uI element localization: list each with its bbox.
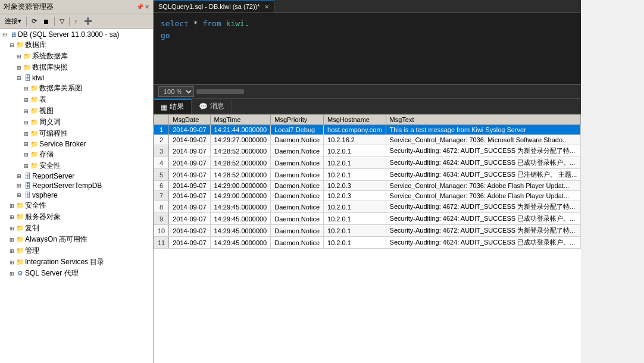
snapshot-label: 数据库快照 <box>32 62 68 73</box>
tree-item-servicebroker[interactable]: ⊞ 📁 Service Broker <box>0 139 153 149</box>
table-row[interactable]: 12014-09-0714:21:44.0000000Local7.Debugh… <box>154 125 581 135</box>
right-panel: SQLQuery1.sql - DB.kiwi (sa (72))* ✕ sel… <box>154 0 581 363</box>
cell-time: 14:21:44.0000000 <box>210 125 271 135</box>
folder-icon-sec: 📁 <box>15 202 25 210</box>
connect-button[interactable]: 连接▾ <box>2 15 24 27</box>
tree-item-security[interactable]: ⊞ 📁 安全性 <box>0 200 153 211</box>
expand-rs[interactable]: ⊞ <box>15 173 23 180</box>
expand-sobj[interactable]: ⊞ <box>8 214 15 221</box>
tree-item-serverobj[interactable]: ⊞ 📁 服务器对象 <box>0 211 153 223</box>
tree-item-management[interactable]: ⊞ 📁 管理 <box>0 245 153 256</box>
cell-priority: Daemon.Notice <box>271 237 324 249</box>
table-row[interactable]: 62014-09-0714:29:00.0000000Daemon.Notice… <box>154 181 581 191</box>
cell-num: 10 <box>154 225 169 237</box>
folder-icon-sobj: 📁 <box>15 213 25 221</box>
expand-snapshot[interactable]: ⊞ <box>15 64 23 71</box>
tables-label: 表 <box>39 95 46 105</box>
tree-item-storage[interactable]: ⊞ 📁 存储 <box>0 149 153 160</box>
tree-item-synonyms[interactable]: ⊞ 📁 同义词 <box>0 117 153 128</box>
tree-item-sqlagent[interactable]: ⊞ ⚙ SQL Server 代理 <box>0 268 153 279</box>
expand-sec-kiwi[interactable]: ⊞ <box>23 162 30 170</box>
tree-item-replication[interactable]: ⊞ 📁 复制 <box>0 223 153 234</box>
tree-item-tables[interactable]: ⊞ 📁 表 <box>0 94 153 105</box>
cell-date: 2014-09-07 <box>169 157 210 169</box>
tree-item-databases[interactable]: ⊟ 📁 数据库 <box>0 39 153 51</box>
tree-item-programmability[interactable]: ⊞ 📁 可编程性 <box>0 128 153 139</box>
tab-close-button[interactable]: ✕ <box>264 4 269 10</box>
results-grid[interactable]: MsgDate MsgTime MsgPriority MsgHostname … <box>154 114 581 363</box>
add-button[interactable]: ➕ <box>82 16 95 26</box>
close-icon[interactable]: ✕ <box>145 4 149 10</box>
query-tab[interactable]: SQLQuery1.sql - DB.kiwi (sa (72))* ✕ <box>154 0 274 12</box>
table-row[interactable]: 92014-09-0714:29:45.0000000Daemon.Notice… <box>154 213 581 225</box>
tree-item-reportserver[interactable]: ⊞ 🗄 ReportServer <box>0 171 153 181</box>
cell-date: 2014-09-07 <box>169 191 210 201</box>
query-editor[interactable]: select * from kiwi. go <box>154 13 581 85</box>
stop-button[interactable]: ⏹ <box>40 17 52 26</box>
expand-agent[interactable]: ⊞ <box>8 270 15 277</box>
msg-label: 消息 <box>210 101 224 111</box>
left-panel: 对象资源管理器 📌 ✕ 连接▾ ⟳ ⏹ ▽ ↑ ➕ ⊟ 🖥 DB (SQL Se… <box>0 0 154 363</box>
tree-item-kiwi[interactable]: ⊟ 🗄 kiwi <box>0 73 153 83</box>
cell-text: Security-Auditing: 4624: AUDIT_SUCCESS 已… <box>386 157 581 169</box>
refresh-button[interactable]: ⟳ <box>29 16 39 26</box>
expand-systemdb[interactable]: ⊞ <box>15 53 23 60</box>
int-label: Integration Services 目录 <box>25 257 104 267</box>
filter-button[interactable]: ▽ <box>57 16 67 26</box>
cell-priority: Daemon.Notice <box>271 213 324 225</box>
expand-databases[interactable]: ⊟ <box>8 42 15 49</box>
collapse-button[interactable]: ↑ <box>72 17 80 26</box>
tree-item-alwayson[interactable]: ⊞ 📁 AlwaysOn 高可用性 <box>0 234 153 245</box>
expand-sec[interactable]: ⊞ <box>8 202 15 209</box>
expand-int[interactable]: ⊞ <box>8 259 15 266</box>
expand-views[interactable]: ⊞ <box>23 108 30 115</box>
tree-item-security-kiwi[interactable]: ⊞ 📁 安全性 <box>0 160 153 171</box>
cell-num: 11 <box>154 237 169 249</box>
tab-messages[interactable]: 💬 消息 <box>192 99 232 114</box>
expand-sb[interactable]: ⊞ <box>23 140 30 148</box>
cell-num: 4 <box>154 157 169 169</box>
table-row[interactable]: 112014-09-0714:29:45.0000000Daemon.Notic… <box>154 237 581 249</box>
expand-vs[interactable]: ⊞ <box>15 192 23 199</box>
cell-text: Security-Auditing: 4672: AUDIT_SUCCESS 为… <box>386 145 581 157</box>
databases-label: 数据库 <box>25 40 46 50</box>
expand-ao[interactable]: ⊞ <box>8 236 15 243</box>
table-row[interactable]: 82014-09-0714:29:45.0000000Daemon.Notice… <box>154 201 581 213</box>
expand-tables[interactable]: ⊞ <box>23 96 30 104</box>
expand-diagram[interactable]: ⊞ <box>23 85 30 92</box>
tree-item-vsphere[interactable]: ⊞ 🗄 vsphere <box>0 190 153 200</box>
expand-storage[interactable]: ⊞ <box>23 151 30 158</box>
tree-item-server[interactable]: ⊟ 🖥 DB (SQL Server 11.0.3000 - sa) <box>0 30 153 39</box>
tree-item-integration[interactable]: ⊞ 📁 Integration Services 目录 <box>0 256 153 268</box>
table-row[interactable]: 102014-09-0714:29:45.0000000Daemon.Notic… <box>154 225 581 237</box>
tab-bar: SQLQuery1.sql - DB.kiwi (sa (72))* ✕ <box>154 0 581 13</box>
tree-item-snapshot[interactable]: ⊞ 📁 数据库快照 <box>0 62 153 73</box>
table-row[interactable]: 32014-09-0714:28:52.0000000Daemon.Notice… <box>154 145 581 157</box>
expand-synonyms[interactable]: ⊞ <box>23 119 30 126</box>
table-row[interactable]: 52014-09-0714:28:52.0000000Daemon.Notice… <box>154 169 581 181</box>
result-tabs: ▦ 结果 💬 消息 <box>154 99 581 114</box>
tree-item-systemdb[interactable]: ⊞ 📁 系统数据库 <box>0 51 153 62</box>
cell-priority: Daemon.Notice <box>271 157 324 169</box>
tree-item-reportservertmp[interactable]: ⊞ 🗄 ReportServerTempDB <box>0 181 153 190</box>
table-row[interactable]: 72014-09-0714:29:00.0000000Daemon.Notice… <box>154 191 581 201</box>
tree-item-diagram[interactable]: ⊞ 📁 数据库关系图 <box>0 83 153 94</box>
expand-server[interactable]: ⊟ <box>1 31 8 38</box>
pin-icon[interactable]: 📌 <box>136 4 143 10</box>
results-tbody: 12014-09-0714:21:44.0000000Local7.Debugh… <box>154 125 581 249</box>
expand-kiwi[interactable]: ⊟ <box>15 74 23 82</box>
zoom-select[interactable]: 100 % 75 % 150 % <box>158 86 194 97</box>
table-row[interactable]: 22014-09-0714:29:27.0000000Daemon.Notice… <box>154 135 581 145</box>
tab-results[interactable]: ▦ 结果 <box>154 99 192 114</box>
expand-rep[interactable]: ⊞ <box>8 225 15 232</box>
cell-hostname: 10.2.0.1 <box>324 213 386 225</box>
folder-icon-ao: 📁 <box>15 236 25 244</box>
cell-hostname: 10.2.0.1 <box>324 157 386 169</box>
tree-item-views[interactable]: ⊞ 📁 视图 <box>0 105 153 117</box>
col-header-priority: MsgPriority <box>271 115 324 125</box>
expand-mgmt[interactable]: ⊞ <box>8 248 15 255</box>
expand-prog[interactable]: ⊞ <box>23 130 30 137</box>
bottom-section: MsgDate MsgTime MsgPriority MsgHostname … <box>154 114 581 363</box>
expand-rst[interactable]: ⊞ <box>15 182 23 189</box>
table-row[interactable]: 42014-09-0714:28:52.0000000Daemon.Notice… <box>154 157 581 169</box>
